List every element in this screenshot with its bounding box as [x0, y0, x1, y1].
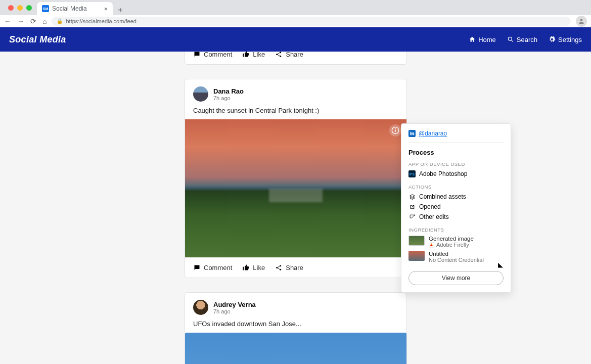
minimize-window-button[interactable] — [17, 5, 23, 11]
like-button[interactable]: Like — [242, 264, 265, 271]
ingredient-row[interactable]: Untitled No Content Credential — [408, 251, 504, 263]
share-icon — [275, 264, 283, 271]
action-row: Combined assets — [408, 192, 504, 202]
post-actions-bar: Comment Like Share — [185, 52, 406, 64]
browser-tab[interactable]: SM Social Media × — [37, 2, 113, 15]
back-button[interactable]: ← — [4, 17, 11, 25]
forward-button[interactable]: → — [17, 17, 24, 25]
svg-point-12 — [280, 265, 281, 266]
app-header: Social Media Home Search Settings — [0, 27, 591, 52]
ingredient-row[interactable]: Generated image Adobe Firefly — [408, 236, 504, 248]
svg-point-13 — [280, 269, 281, 270]
share-button[interactable]: Share — [275, 52, 303, 58]
browser-toolbar: ← → ⟳ ⌂ 🔒 https://socialmedia.com/feed — [0, 15, 591, 27]
gear-icon — [549, 36, 556, 43]
home-icon — [469, 36, 476, 43]
reload-button[interactable]: ⟳ — [30, 17, 36, 25]
post-author[interactable]: Audrey Verna — [213, 301, 256, 308]
browser-chrome: SM Social Media × + ← → ⟳ ⌂ 🔒 https://so… — [0, 0, 591, 27]
post-body: Caught the sunset in Central Park tonigh… — [185, 106, 406, 119]
post-image[interactable] — [185, 333, 406, 364]
post-image[interactable] — [185, 119, 406, 257]
info-icon — [391, 126, 399, 134]
linkedin-icon — [408, 130, 416, 137]
comment-icon — [193, 264, 201, 271]
edit-icon — [408, 213, 416, 220]
post-image-container — [185, 333, 406, 364]
open-icon — [408, 203, 416, 210]
post-image-container — [185, 119, 406, 257]
photoshop-icon: Ps — [408, 170, 416, 177]
label-actions: ACTIONS — [408, 184, 504, 190]
svg-line-2 — [512, 40, 513, 42]
content-credentials-badge[interactable] — [389, 124, 401, 136]
feed-post: Comment Like Share — [185, 52, 407, 65]
tab-strip: SM Social Media × + — [0, 0, 591, 15]
like-button[interactable]: Like — [242, 52, 265, 58]
lock-icon: 🔒 — [57, 18, 63, 24]
credential-handle-link[interactable]: @danarao — [419, 130, 447, 137]
new-tab-button[interactable]: + — [113, 5, 128, 15]
svg-line-6 — [278, 53, 280, 54]
avatar[interactable] — [193, 86, 208, 102]
post-actions-bar: Comment Like Share — [185, 257, 406, 278]
profile-button[interactable] — [576, 16, 587, 27]
post-timestamp: 7h ago — [213, 308, 256, 314]
app-used-row: Ps Adobe Photoshop — [408, 169, 504, 179]
favicon-icon: SM — [42, 5, 49, 12]
close-window-button[interactable] — [8, 5, 14, 11]
home-button[interactable]: ⌂ — [42, 17, 47, 25]
svg-point-9 — [395, 128, 396, 129]
content-credentials-popover: @danarao Process APP OR DEVICE USED Ps A… — [401, 123, 511, 293]
firefly-icon — [429, 242, 434, 248]
label-app-used: APP OR DEVICE USED — [408, 161, 504, 167]
layers-icon — [408, 193, 416, 200]
comment-button[interactable]: Comment — [193, 264, 232, 271]
avatar[interactable] — [193, 300, 208, 315]
ingredient-subtitle: Adobe Firefly — [436, 242, 469, 248]
svg-point-0 — [580, 19, 583, 21]
post-timestamp: 7h ago — [213, 95, 244, 101]
share-button[interactable]: Share — [275, 264, 303, 271]
nav-home[interactable]: Home — [469, 36, 496, 43]
ingredient-thumbnail — [408, 251, 425, 261]
popover-section-title: Process — [408, 149, 504, 156]
window-controls — [3, 0, 37, 15]
svg-rect-10 — [395, 130, 395, 132]
svg-point-5 — [280, 56, 281, 57]
brand-logo: Social Media — [9, 34, 66, 45]
ingredient-thumbnail — [408, 236, 425, 246]
close-tab-icon[interactable]: × — [104, 5, 108, 13]
like-icon — [242, 52, 250, 58]
nav-search[interactable]: Search — [507, 36, 537, 43]
svg-point-4 — [280, 52, 281, 53]
comment-button[interactable]: Comment — [193, 52, 232, 58]
url-text: https://socialmedia.com/feed — [66, 18, 136, 24]
share-icon — [275, 52, 283, 58]
ingredient-title: Generated image — [429, 236, 474, 242]
feed-post: Dana Rao 7h ago Caught the sunset in Cen… — [185, 79, 407, 278]
svg-point-11 — [276, 267, 278, 268]
maximize-window-button[interactable] — [26, 5, 32, 11]
svg-line-15 — [278, 268, 280, 269]
nav-settings[interactable]: Settings — [549, 36, 582, 43]
address-bar[interactable]: 🔒 https://socialmedia.com/feed — [52, 17, 571, 26]
view-more-button[interactable]: View more — [408, 271, 504, 285]
action-row: Other edits — [408, 212, 504, 222]
svg-point-3 — [276, 54, 278, 55]
ingredient-subtitle: No Content Credential — [429, 257, 484, 263]
action-row: Opened — [408, 202, 504, 212]
feed-column: Comment Like Share Dana Rao 7h ago — [185, 52, 407, 364]
tab-title: Social Media — [52, 5, 87, 12]
label-ingredients: INGREDIENTS — [408, 227, 504, 233]
svg-line-14 — [278, 266, 280, 267]
search-icon — [507, 36, 514, 43]
feed-post: Audrey Verna 7h ago UFOs invaded downtow… — [185, 292, 407, 364]
svg-line-7 — [278, 55, 280, 56]
comment-icon — [193, 52, 201, 58]
post-author[interactable]: Dana Rao — [213, 87, 244, 95]
like-icon — [242, 264, 250, 271]
ingredient-title: Untitled — [429, 251, 484, 257]
feed-area: Comment Like Share Dana Rao 7h ago — [0, 52, 591, 364]
post-body: UFOs invaded downtown San Jose... — [185, 319, 406, 333]
